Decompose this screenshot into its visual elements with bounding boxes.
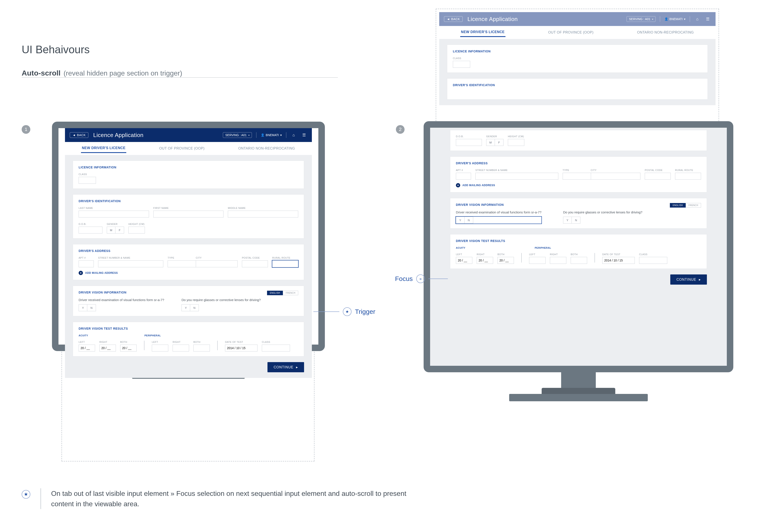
language-toggle[interactable]: ENGLISH FRENCH xyxy=(670,203,701,208)
q1-toggle[interactable]: Y N xyxy=(79,304,164,311)
city-input[interactable] xyxy=(591,173,640,180)
postal-input[interactable] xyxy=(242,260,268,267)
language-toggle[interactable]: ENGLISH FRENCH xyxy=(267,291,298,295)
menu-button[interactable]: ☰ xyxy=(301,132,307,138)
periph-left-input[interactable] xyxy=(529,257,545,264)
tab-new-licence[interactable]: NEW DRIVER'S LICENCE xyxy=(460,28,505,37)
apt-input[interactable] xyxy=(79,260,94,267)
card-vision-info: ENGLISH FRENCH DRIVER VISION INFORMATION… xyxy=(450,198,707,229)
first-name-input[interactable] xyxy=(153,211,224,217)
periph-left-input[interactable] xyxy=(152,345,168,351)
card-identification-btm: D.O.B. GENDER M F HEIGHT (CM) xyxy=(450,130,707,151)
periph-both-input[interactable] xyxy=(193,345,210,351)
user-menu[interactable]: 👤BNEMATI▾ xyxy=(665,17,685,21)
step-badge-2: 2 xyxy=(396,125,404,134)
acuity-both-input[interactable] xyxy=(498,257,514,264)
focus-label: Focus xyxy=(395,275,413,283)
user-menu[interactable]: 👤 BNEMATI ▾ xyxy=(261,133,282,137)
continue-button[interactable]: CONTINUE▸ xyxy=(670,275,707,284)
q2-toggle[interactable]: Y N xyxy=(563,216,642,223)
monitor-2: D.O.B. GENDER M F HEIGHT (CM) xyxy=(424,121,733,401)
card-vision-results: DRIVER VISION TEST RESULTS ACUITY PERIPH… xyxy=(73,322,304,356)
tab-oop[interactable]: OUT OF PROVINCE (OOP) xyxy=(158,144,205,152)
tab-oop[interactable]: OUT OF PROVINCE (OOP) xyxy=(547,28,594,37)
city-input[interactable] xyxy=(196,260,238,267)
label-class: CLASS xyxy=(79,173,96,176)
caret-down-icon: ▾ xyxy=(280,133,282,137)
dob-input[interactable] xyxy=(79,227,102,234)
acuity-right-input[interactable] xyxy=(477,257,493,264)
card-identification: DRIVER'S IDENTIFICATION LAST NAME FIRST … xyxy=(73,194,304,239)
class-input[interactable] xyxy=(79,177,96,184)
vision-q2: Do you require glasses or corrective len… xyxy=(182,298,261,302)
rural-input[interactable] xyxy=(675,173,701,180)
date-of-test-input[interactable] xyxy=(602,257,635,264)
q1-toggle[interactable]: Y N xyxy=(456,216,541,223)
street-input[interactable] xyxy=(98,260,163,267)
plus-icon: + xyxy=(79,271,83,275)
acuity-right-input[interactable] xyxy=(99,345,116,351)
back-arrow-icon: ◄ xyxy=(447,17,450,21)
periph-both-input[interactable] xyxy=(571,257,587,264)
gender-m[interactable]: M xyxy=(107,227,116,234)
tab-non-recip[interactable]: ONTARIO NON-RECIPROCATING xyxy=(237,144,296,152)
card-vision-info: ENGLISH FRENCH DRIVER VISION INFORMATION… xyxy=(73,286,304,316)
app-2-header: ◄ BACK Licence Application SERVING : A01… xyxy=(439,12,715,105)
app-title: Licence Application xyxy=(93,132,143,139)
tab-non-recip[interactable]: ONTARIO NON-RECIPROCATING xyxy=(636,28,695,37)
dob-input[interactable] xyxy=(456,139,482,146)
acuity-left-input[interactable] xyxy=(79,345,95,351)
add-mailing-link[interactable]: + ADD MAILING ADDRESS xyxy=(456,183,701,187)
acuity-label: ACUITY xyxy=(79,334,88,337)
star-icon: ★ xyxy=(343,307,352,316)
card-address: DRIVER'S ADDRESS APT # STREET NUMBER & N… xyxy=(73,244,304,280)
chevron-right-icon: ▸ xyxy=(699,278,701,282)
card-vision-results: DRIVER VISION TEST RESULTS ACUITY PERIPH… xyxy=(450,234,707,269)
add-mailing-link[interactable]: + ADD MAILING ADDRESS xyxy=(79,271,298,275)
street-input[interactable] xyxy=(475,173,558,180)
step-badge-1: 1 xyxy=(22,125,30,134)
gender-f[interactable]: F xyxy=(116,227,124,234)
gender-toggle[interactable]: M F xyxy=(107,227,124,234)
menu-icon: ☰ xyxy=(302,133,306,137)
last-name-input[interactable] xyxy=(79,211,149,217)
acuity-both-input[interactable] xyxy=(120,345,137,351)
chevron-right-icon: ▸ xyxy=(296,365,298,369)
q2-toggle[interactable]: Y N xyxy=(182,304,261,311)
vision-q2: Do you require glasses or corrective len… xyxy=(563,210,642,214)
class-input[interactable] xyxy=(453,61,470,68)
date-of-test-input[interactable] xyxy=(225,345,258,351)
result-class-input[interactable] xyxy=(262,345,290,351)
periph-right-input[interactable] xyxy=(173,345,189,351)
result-class-input[interactable] xyxy=(639,257,667,264)
serving-selector[interactable]: SERVING : A01▾ xyxy=(223,132,252,138)
periph-right-input[interactable] xyxy=(550,257,566,264)
back-button[interactable]: ◄ BACK xyxy=(70,132,88,138)
middle-name-input[interactable] xyxy=(228,211,298,217)
lang-en[interactable]: ENGLISH xyxy=(267,291,283,295)
menu-button[interactable]: ☰ xyxy=(705,16,711,22)
tab-new-licence[interactable]: NEW DRIVER'S LICENCE xyxy=(81,144,126,153)
card-heading: DRIVER'S IDENTIFICATION xyxy=(453,83,702,87)
app-2-main: D.O.B. GENDER M F HEIGHT (CM) xyxy=(430,128,727,366)
continue-button[interactable]: CONTINUE▸ xyxy=(267,362,304,372)
page-title: UI Behaivours xyxy=(22,43,347,56)
app-bar-faded: ◄ BACK Licence Application SERVING : A01… xyxy=(439,12,715,26)
back-button[interactable]: ◄ BACK xyxy=(444,16,463,22)
focus-callout: Focus » xyxy=(395,275,448,283)
gender-toggle[interactable]: M F xyxy=(486,139,503,146)
card-heading: DRIVER VISION TEST RESULTS xyxy=(79,327,298,330)
postal-input[interactable] xyxy=(645,173,671,180)
home-button[interactable]: ⌂ xyxy=(291,132,297,138)
apt-input[interactable] xyxy=(456,173,471,180)
tabs: NEW DRIVER'S LICENCE OUT OF PROVINCE (OO… xyxy=(439,26,715,39)
acuity-left-input[interactable] xyxy=(456,257,472,264)
caret-down-icon: ▾ xyxy=(248,134,250,136)
rural-input[interactable] xyxy=(272,260,298,267)
caret-down-icon: ▾ xyxy=(652,18,653,20)
serving-selector[interactable]: SERVING : A01▾ xyxy=(627,16,656,22)
lang-fr[interactable]: FRENCH xyxy=(283,291,298,295)
home-button[interactable]: ⌂ xyxy=(694,16,701,22)
height-input[interactable] xyxy=(508,139,524,146)
height-input[interactable] xyxy=(128,227,145,234)
